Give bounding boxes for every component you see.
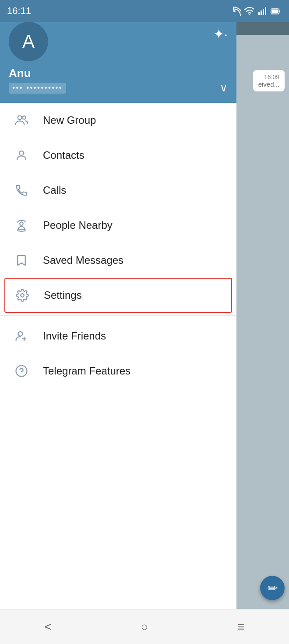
person-add-icon — [11, 329, 32, 343]
menu-button[interactable]: ≡ — [226, 612, 256, 642]
right-panel: 16:09 eived... ✏ — [236, 0, 289, 644]
svg-point-9 — [19, 151, 24, 155]
avatar[interactable]: A — [9, 22, 48, 61]
menu-divider — [0, 315, 236, 316]
bookmark-icon — [11, 254, 32, 267]
person-icon — [11, 149, 32, 162]
sidebar-item-people-nearby[interactable]: People Nearby — [0, 208, 236, 243]
phone-number: ••• •••••••••• — [9, 83, 66, 94]
svg-rect-4 — [265, 7, 266, 15]
chat-text: eived... — [258, 80, 279, 88]
sidebar-item-settings[interactable]: Settings — [4, 278, 232, 313]
right-panel-body: 16:09 eived... ✏ — [236, 35, 289, 644]
chat-bubble: 16:09 eived... — [253, 70, 285, 91]
chat-time: 16:09 — [258, 74, 279, 80]
svg-point-13 — [18, 332, 23, 336]
new-group-label: New Group — [43, 114, 96, 126]
nearby-icon — [11, 219, 32, 232]
svg-rect-3 — [263, 9, 264, 15]
svg-point-7 — [18, 116, 22, 119]
night-mode-icon[interactable]: ✦· — [213, 26, 228, 42]
telegram-features-label: Telegram Features — [43, 365, 130, 377]
status-icons — [231, 6, 282, 16]
svg-point-14 — [16, 366, 27, 377]
invite-friends-label: Invite Friends — [43, 330, 106, 342]
phone-icon — [11, 184, 32, 197]
drawer-header-actions: ✦· — [213, 26, 228, 42]
status-bar: 16:11 — [0, 0, 289, 22]
status-time: 16:11 — [7, 5, 31, 17]
svg-point-0 — [249, 14, 250, 15]
contacts-label: Contacts — [43, 149, 85, 161]
chevron-down-icon[interactable]: ∨ — [220, 82, 228, 94]
compose-button[interactable]: ✏ — [260, 576, 285, 600]
group-icon — [11, 114, 32, 127]
username: Anu — [9, 66, 228, 80]
svg-rect-2 — [261, 10, 262, 15]
people-nearby-label: People Nearby — [43, 219, 113, 231]
menu-list: New Group Contacts Calls — [0, 103, 236, 644]
home-button[interactable]: ○ — [129, 612, 160, 642]
sidebar-item-invite-friends[interactable]: Invite Friends — [0, 318, 236, 354]
sidebar-item-saved-messages[interactable]: Saved Messages — [0, 243, 236, 278]
sidebar-item-new-group[interactable]: New Group — [0, 103, 236, 138]
sidebar-item-telegram-features[interactable]: Telegram Features — [0, 354, 236, 388]
phone-row: ••• •••••••••• ∨ — [9, 82, 228, 94]
sidebar-item-calls[interactable]: Calls — [0, 173, 236, 208]
svg-point-8 — [23, 116, 26, 119]
battery-icon — [271, 6, 282, 16]
wifi-icon — [244, 6, 254, 16]
calls-label: Calls — [43, 184, 66, 196]
signal-icon — [257, 6, 267, 16]
svg-point-15 — [21, 374, 21, 374]
svg-point-12 — [21, 294, 24, 297]
call-status-icon — [231, 6, 241, 16]
svg-point-11 — [18, 229, 25, 231]
sidebar-item-contacts[interactable]: Contacts — [0, 138, 236, 173]
help-icon — [11, 364, 32, 378]
navigation-bar: < ○ ≡ — [0, 609, 289, 644]
back-button[interactable]: < — [33, 612, 63, 642]
drawer: ✦· A Anu ••• •••••••••• ∨ New Group — [0, 0, 236, 644]
gear-icon — [11, 289, 33, 302]
svg-point-10 — [20, 222, 23, 226]
settings-label: Settings — [44, 289, 82, 301]
saved-messages-label: Saved Messages — [43, 254, 123, 266]
svg-rect-6 — [272, 10, 278, 14]
svg-rect-1 — [258, 12, 260, 15]
